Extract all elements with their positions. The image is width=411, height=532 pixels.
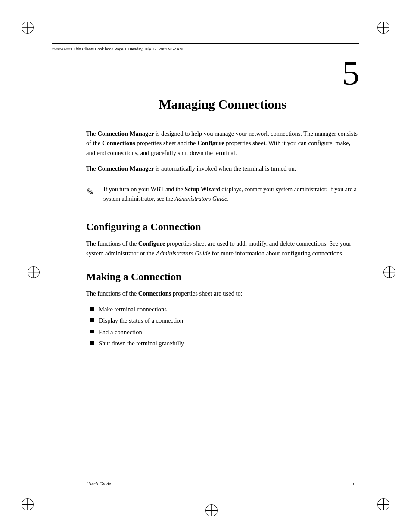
- main-content: 5 Managing Connections The Connection Ma…: [86, 56, 359, 350]
- chapter-title: Managing Connections: [86, 97, 359, 112]
- bullet-icon-2: [90, 318, 94, 322]
- list-item: End a connection: [90, 327, 359, 337]
- bullet-list: Make terminal connections Display the st…: [86, 305, 359, 348]
- crosshair-bottom-center: [206, 504, 218, 516]
- header-bar: 250090-001 Thin Clients Book.book Page 1…: [52, 43, 359, 52]
- intro-para-2: The Connection Manager is automatically …: [86, 164, 359, 173]
- connection-manager-bold: Connection Manager: [97, 130, 154, 137]
- footer-right: 5–1: [352, 480, 359, 487]
- admin-guide-italic: Administrators Guide: [174, 196, 227, 202]
- crosshair-mid-left: [28, 266, 40, 278]
- admin-guide-italic-2: Administrators Guide: [156, 250, 210, 257]
- configure-bold-2: Configure: [138, 240, 165, 247]
- crosshair-bl: [22, 498, 34, 510]
- note-text: If you turn on your WBT and the Setup Wi…: [103, 186, 357, 202]
- bullet-icon-3: [90, 330, 94, 333]
- header-file-info: 250090-001 Thin Clients Book.book Page 1…: [52, 47, 183, 51]
- chapter-title-divider: [86, 93, 359, 93]
- bullet-icon-1: [90, 307, 94, 311]
- page: 250090-001 Thin Clients Book.book Page 1…: [0, 0, 411, 532]
- note-box: ✎ If you turn on your WBT and the Setup …: [86, 180, 359, 208]
- connections-bold: Connections: [102, 140, 135, 146]
- configuring-heading: Configuring a Connection: [86, 221, 359, 233]
- configure-bold: Configure: [197, 140, 224, 146]
- footer: User's Guide 5–1: [86, 478, 359, 487]
- bullet-text-1: Make terminal connections: [99, 305, 167, 314]
- intro-para-1: The Connection Manager is designed to he…: [86, 129, 359, 158]
- bullet-text-3: End a connection: [99, 327, 142, 337]
- bullet-icon-4: [90, 341, 94, 345]
- list-item: Make terminal connections: [90, 305, 359, 314]
- configuring-para: The functions of the Configure propertie…: [86, 239, 359, 258]
- connections-bold-2: Connections: [138, 290, 171, 297]
- making-heading: Making a Connection: [86, 271, 359, 283]
- chapter-number: 5: [86, 56, 359, 90]
- crosshair-br: [377, 498, 389, 510]
- setup-wizard-bold: Setup Wizard: [184, 186, 220, 193]
- bullet-text-4: Shut down the terminal gracefully: [99, 339, 184, 348]
- note-icon: ✎: [86, 185, 94, 199]
- footer-left: User's Guide: [86, 481, 111, 486]
- crosshair-tr: [377, 22, 389, 34]
- making-para: The functions of the Connections propert…: [86, 289, 359, 298]
- bullet-text-2: Display the status of a connection: [99, 316, 183, 325]
- crosshair-tl: [22, 22, 34, 34]
- list-item: Display the status of a connection: [90, 316, 359, 325]
- connection-manager-bold-2: Connection Manager: [97, 165, 154, 172]
- crosshair-mid-right: [383, 266, 395, 278]
- list-item: Shut down the terminal gracefully: [90, 339, 359, 348]
